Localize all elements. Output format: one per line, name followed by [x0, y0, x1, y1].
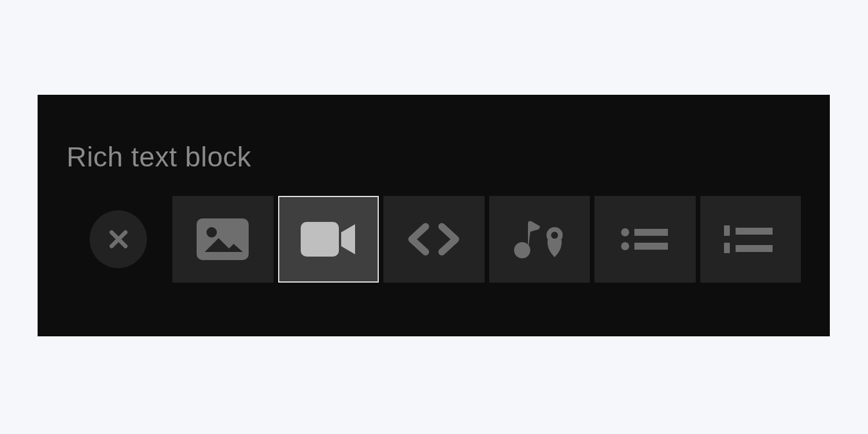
- icon-list-icon: [724, 224, 777, 254]
- block-type-toolbar: [90, 196, 801, 283]
- code-block-button[interactable]: [383, 196, 484, 283]
- panel-title: Rich text block: [67, 141, 801, 173]
- svg-rect-10: [724, 225, 730, 236]
- svg-rect-11: [736, 228, 773, 235]
- svg-rect-12: [724, 243, 730, 253]
- image-icon: [197, 218, 249, 260]
- video-block-button[interactable]: [278, 196, 379, 283]
- close-icon: [107, 228, 130, 251]
- svg-point-8: [621, 242, 629, 250]
- svg-point-3: [514, 242, 530, 258]
- audio-map-icon: [509, 218, 570, 261]
- svg-point-1: [206, 227, 217, 238]
- bulleted-list-icon: [620, 225, 669, 253]
- code-icon: [406, 222, 461, 257]
- svg-rect-0: [197, 218, 249, 260]
- audio-map-block-button[interactable]: [489, 196, 590, 283]
- svg-point-5: [551, 232, 558, 239]
- video-icon: [301, 221, 356, 258]
- svg-rect-13: [736, 245, 773, 252]
- rich-text-block-panel: Rich text block: [38, 95, 830, 336]
- svg-rect-2: [301, 222, 339, 257]
- svg-rect-7: [634, 229, 668, 236]
- bulleted-list-block-button[interactable]: [594, 196, 695, 283]
- icon-list-block-button[interactable]: [700, 196, 801, 283]
- svg-point-6: [621, 228, 629, 236]
- svg-rect-9: [634, 243, 668, 250]
- close-button[interactable]: [90, 210, 147, 268]
- image-block-button[interactable]: [172, 196, 273, 283]
